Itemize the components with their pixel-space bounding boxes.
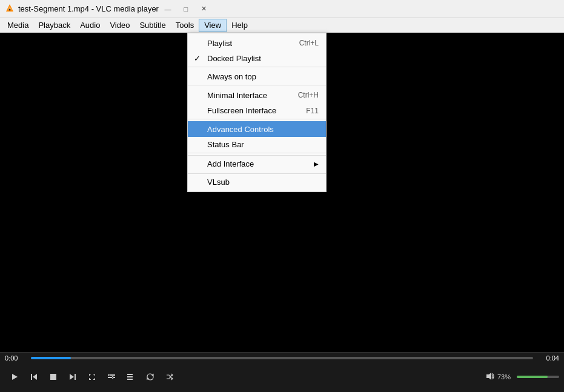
menu-view[interactable]: View bbox=[199, 19, 227, 32]
menu-tools[interactable]: Tools bbox=[171, 19, 199, 32]
prev-button[interactable] bbox=[24, 367, 44, 387]
maximize-button[interactable]: □ bbox=[177, 0, 195, 18]
extended-controls-button[interactable] bbox=[102, 367, 121, 387]
menu-video[interactable]: Video bbox=[105, 19, 134, 32]
close-button[interactable]: ✕ bbox=[195, 0, 213, 18]
vlsub-label: VLsub bbox=[207, 178, 230, 187]
menu-item-always-on-top[interactable]: Always on top bbox=[188, 69, 326, 85]
svg-marker-7 bbox=[70, 374, 74, 380]
menu-subtitle[interactable]: Subtitle bbox=[134, 19, 170, 32]
fullscreen-interface-shortcut: F11 bbox=[306, 107, 319, 115]
svg-rect-4 bbox=[31, 374, 32, 380]
add-interface-label: Add Interface bbox=[207, 159, 254, 168]
svg-rect-8 bbox=[75, 374, 76, 380]
menu-bar: Media Playback Audio Video Subtitle Tool… bbox=[0, 18, 564, 33]
add-interface-arrow: ▶ bbox=[314, 161, 319, 167]
bottom-controls: 0:00 0:04 bbox=[0, 352, 564, 392]
progress-track[interactable] bbox=[31, 357, 533, 359]
play-button[interactable] bbox=[5, 367, 24, 387]
shuffle-button[interactable] bbox=[160, 367, 179, 387]
svg-point-11 bbox=[109, 374, 111, 376]
svg-marker-5 bbox=[33, 374, 37, 380]
volume-icon[interactable] bbox=[485, 371, 495, 383]
advanced-controls-label: Advanced Controls bbox=[207, 125, 274, 134]
volume-fill bbox=[517, 376, 548, 378]
window-title: test-Segment 1.mp4 - VLC media player bbox=[18, 4, 159, 13]
fullscreen-interface-label: Fullscreen Interface bbox=[207, 106, 276, 115]
svg-rect-6 bbox=[50, 374, 56, 380]
menu-item-status-bar[interactable]: Status Bar bbox=[188, 137, 326, 153]
volume-track[interactable] bbox=[517, 376, 559, 378]
menu-item-playlist[interactable]: Playlist Ctrl+L bbox=[188, 35, 326, 51]
menu-item-fullscreen-interface[interactable]: Fullscreen Interface F11 bbox=[188, 103, 326, 119]
svg-rect-15 bbox=[127, 379, 133, 380]
docked-checkmark: ✓ bbox=[194, 54, 201, 63]
menu-media[interactable]: Media bbox=[2, 19, 33, 32]
svg-rect-13 bbox=[127, 374, 133, 375]
minimal-interface-label: Minimal Interface bbox=[207, 91, 267, 100]
svg-rect-14 bbox=[127, 376, 133, 377]
controls-row: 73% bbox=[0, 364, 564, 390]
progress-bar-container: 0:00 0:04 bbox=[0, 353, 564, 364]
svg-marker-16 bbox=[486, 373, 491, 380]
svg-point-2 bbox=[9, 9, 11, 11]
loop-button[interactable] bbox=[141, 367, 160, 387]
time-end: 0:04 bbox=[538, 354, 559, 362]
menu-item-docked-playlist[interactable]: ✓ Docked Playlist bbox=[188, 51, 326, 67]
always-on-top-label: Always on top bbox=[207, 72, 256, 81]
time-start: 0:00 bbox=[5, 354, 26, 362]
progress-fill bbox=[31, 357, 71, 359]
menu-item-vlsub[interactable]: VLsub bbox=[188, 173, 326, 190]
stop-button[interactable] bbox=[44, 367, 63, 387]
menu-item-advanced-controls[interactable]: Advanced Controls bbox=[188, 121, 326, 137]
view-dropdown-menu: Playlist Ctrl+L ✓ Docked Playlist Always… bbox=[187, 33, 327, 192]
menu-help[interactable]: Help bbox=[227, 19, 253, 32]
volume-area: 73% bbox=[485, 371, 559, 383]
title-bar: test-Segment 1.mp4 - VLC media player — … bbox=[0, 0, 564, 18]
window-controls: — □ ✕ bbox=[159, 0, 213, 18]
playlist-toggle-button[interactable] bbox=[121, 367, 141, 387]
menu-playback[interactable]: Playback bbox=[33, 19, 75, 32]
volume-label: 73% bbox=[497, 373, 514, 380]
minimize-button[interactable]: — bbox=[159, 0, 177, 18]
playlist-label: Playlist bbox=[207, 39, 232, 48]
playlist-shortcut: Ctrl+L bbox=[299, 39, 319, 47]
docked-playlist-label: Docked Playlist bbox=[207, 54, 261, 63]
svg-point-12 bbox=[112, 377, 114, 379]
menu-audio[interactable]: Audio bbox=[75, 19, 105, 32]
menu-item-add-interface[interactable]: Add Interface ▶ bbox=[188, 155, 326, 171]
status-bar-label: Status Bar bbox=[207, 140, 244, 149]
menu-item-minimal-interface[interactable]: Minimal Interface Ctrl+H bbox=[188, 87, 326, 103]
minimal-interface-shortcut: Ctrl+H bbox=[298, 91, 319, 99]
fullscreen-button[interactable] bbox=[82, 367, 102, 387]
app-icon bbox=[5, 3, 15, 15]
next-button[interactable] bbox=[63, 367, 82, 387]
svg-marker-3 bbox=[12, 374, 18, 380]
